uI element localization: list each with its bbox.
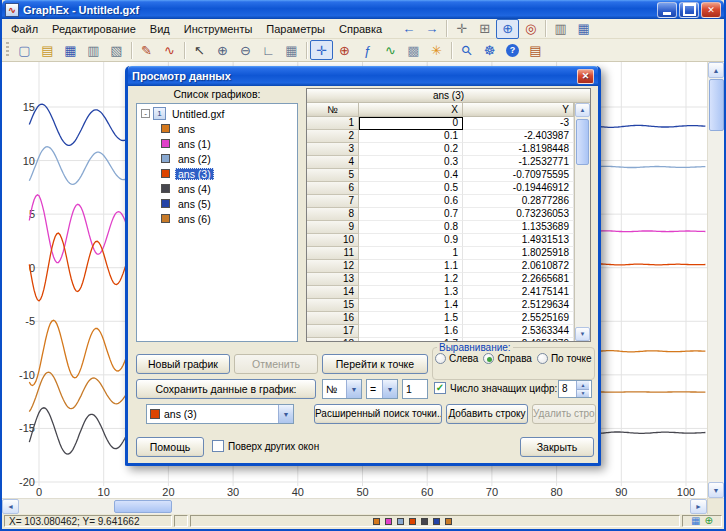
open-file-icon[interactable]: ▤	[36, 40, 59, 60]
help-button[interactable]: Помощь	[136, 437, 204, 457]
legend-icon[interactable]: ▥	[549, 19, 572, 39]
data-cell[interactable]: 1.6	[359, 325, 463, 338]
chevron-down-icon[interactable]: ▼	[278, 405, 293, 423]
report-icon[interactable]: ▤	[524, 40, 547, 60]
zoom-in-icon[interactable]: ⊕	[211, 40, 234, 60]
tree-item[interactable]: ans (4)	[137, 181, 297, 196]
graph-tree[interactable]: -1Untitled.gxfansans (1)ans (2)ans (3)an…	[136, 103, 298, 342]
title-bar[interactable]: ∿ GraphEx - Untitled.gxf ✕	[2, 0, 724, 19]
data-cell[interactable]: 1.5	[359, 312, 463, 325]
row-header-cell[interactable]: 10	[307, 234, 359, 247]
data-cell[interactable]: 0.5	[359, 182, 463, 195]
data-cell[interactable]: 2.0610872	[463, 260, 574, 273]
tree-item[interactable]: ans (1)	[137, 136, 297, 151]
new-graph-button[interactable]: Новый график	[136, 354, 230, 374]
tree-item[interactable]: ans (6)	[137, 211, 297, 226]
column-header[interactable]: Y	[463, 103, 574, 117]
data-cell[interactable]: 2.4651379	[463, 338, 574, 341]
spark-icon[interactable]: ✳	[425, 40, 448, 60]
vertical-scrollbar[interactable]: ▲ ▼	[707, 62, 724, 498]
edit-curve-icon[interactable]: ∿	[158, 40, 181, 60]
data-cell[interactable]: 2.5525169	[463, 312, 574, 325]
digits-checkbox[interactable]: ✓ Число значащих цифр:	[434, 382, 557, 394]
menu-item[interactable]: Инструменты	[177, 21, 260, 37]
multi-series-icon[interactable]: ▩	[402, 40, 425, 60]
row-header-cell[interactable]: 12	[307, 260, 359, 273]
data-cell[interactable]: 0.73236053	[463, 208, 574, 221]
point-value-input[interactable]	[402, 379, 428, 399]
crosshair-mode-icon[interactable]: ⊕	[496, 19, 519, 39]
add-row-button[interactable]: Добавить строку	[446, 404, 528, 424]
tree-item[interactable]: ans (3)	[137, 166, 297, 181]
nav-back-icon[interactable]: ←	[397, 19, 420, 39]
row-header-cell[interactable]: 1	[307, 117, 359, 130]
menu-item[interactable]: Вид	[143, 21, 177, 37]
row-header-cell[interactable]: 16	[307, 312, 359, 325]
alignment-radio[interactable]: По точке	[537, 353, 592, 364]
alignment-radio[interactable]: Слева	[435, 353, 478, 364]
zoom-out-icon[interactable]: ⊖	[234, 40, 257, 60]
minimize-button[interactable]	[657, 2, 677, 18]
move-tool-icon[interactable]: ✛	[310, 40, 333, 60]
data-cell[interactable]: 0.4	[359, 169, 463, 182]
magnifier-icon[interactable]: ⚲	[455, 40, 478, 60]
chevron-down-icon[interactable]: ▼	[382, 380, 397, 398]
nav-forward-icon[interactable]: →	[420, 19, 443, 39]
data-cell[interactable]: 0.6	[359, 195, 463, 208]
snap-point-icon[interactable]: ◎	[519, 19, 542, 39]
close-dialog-button[interactable]: Закрыть	[520, 437, 594, 457]
dialog-close-button[interactable]: ✕	[577, 69, 594, 84]
data-cell[interactable]: 0.1	[359, 130, 463, 143]
menu-item[interactable]: Редактирование	[45, 21, 143, 37]
data-cell[interactable]: 0.2877286	[463, 195, 574, 208]
data-cell[interactable]: 1.4931513	[463, 234, 574, 247]
settings-gear-icon[interactable]: ☸	[478, 40, 501, 60]
grid-icon[interactable]: ▦	[280, 40, 303, 60]
spinner-buttons[interactable]: ▲▼	[576, 381, 589, 397]
row-header-cell[interactable]: 18	[307, 338, 359, 341]
tree-expander-icon[interactable]: -	[141, 109, 150, 118]
tree-root-item[interactable]: -1Untitled.gxf	[137, 106, 297, 121]
data-cell[interactable]: 1.4	[359, 299, 463, 312]
dialog-title-bar[interactable]: Просмотр данных ✕	[128, 66, 598, 86]
data-cell[interactable]: 0	[359, 117, 463, 130]
data-cell[interactable]: 0.2	[359, 143, 463, 156]
scroll-up-button[interactable]: ▲	[708, 62, 724, 78]
grid-scrollbar[interactable]: ▲ ▼	[574, 103, 590, 341]
digits-spinner[interactable]: 8 ▲▼	[558, 380, 592, 398]
data-cell[interactable]: 0.9	[359, 234, 463, 247]
menu-item[interactable]: Справка	[332, 21, 389, 37]
row-header-cell[interactable]: 2	[307, 130, 359, 143]
field-combo[interactable]: № ▼	[322, 379, 362, 399]
data-cell[interactable]: 1.2	[359, 273, 463, 286]
data-cell[interactable]: 2.2665681	[463, 273, 574, 286]
axes-icon[interactable]: ∟	[257, 40, 280, 60]
row-header-cell[interactable]: 3	[307, 143, 359, 156]
tree-item[interactable]: ans	[137, 121, 297, 136]
new-file-icon[interactable]: ▢	[13, 40, 36, 60]
grid-scroll-up-button[interactable]: ▲	[575, 103, 590, 117]
close-button[interactable]: ✕	[701, 2, 721, 18]
operator-combo[interactable]: = ▼	[366, 379, 398, 399]
graph-combo[interactable]: ans (3) ▼	[146, 404, 294, 424]
grid-scroll-down-button[interactable]: ▼	[575, 327, 590, 341]
data-cell[interactable]: -2.403987	[463, 130, 574, 143]
data-table-icon[interactable]: ▦	[572, 19, 595, 39]
maximize-button[interactable]	[679, 2, 699, 18]
print-preview-icon[interactable]: ▧	[105, 40, 128, 60]
data-cell[interactable]: 0.8	[359, 221, 463, 234]
horizontal-scroll-thumb[interactable]	[114, 500, 172, 513]
data-cell[interactable]: -1.8198448	[463, 143, 574, 156]
data-cell[interactable]: 2.4175141	[463, 286, 574, 299]
data-cell[interactable]: 1.1	[359, 260, 463, 273]
pointer-tool-icon[interactable]: ↖	[188, 40, 211, 60]
tree-item[interactable]: ans (2)	[137, 151, 297, 166]
save-file-icon[interactable]: ▦	[59, 40, 82, 60]
row-header-cell[interactable]: 7	[307, 195, 359, 208]
row-header-cell[interactable]: 17	[307, 325, 359, 338]
edit-pencil-icon[interactable]: ✎	[135, 40, 158, 60]
row-header-cell[interactable]: 4	[307, 156, 359, 169]
select-rect-icon[interactable]: ⊞	[473, 19, 496, 39]
row-header-cell[interactable]: 8	[307, 208, 359, 221]
data-cell[interactable]: 1.7	[359, 338, 463, 341]
